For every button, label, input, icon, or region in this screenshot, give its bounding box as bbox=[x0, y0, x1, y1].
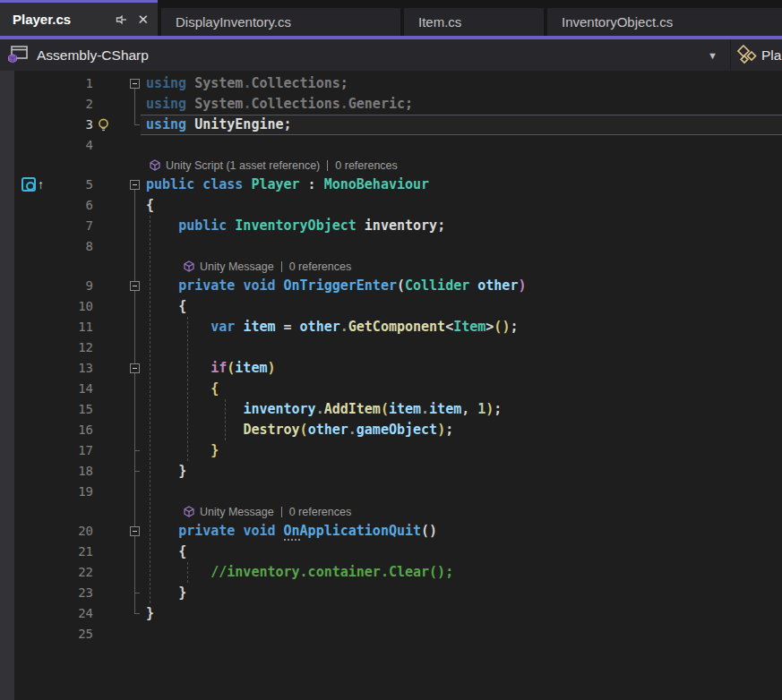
line-number: 12 bbox=[50, 337, 93, 358]
fold-collapse-toggle[interactable] bbox=[130, 281, 140, 291]
fold-collapse-toggle[interactable] bbox=[130, 180, 140, 190]
code-text: private void OnTriggerEnter(Collider oth… bbox=[146, 276, 526, 296]
token-id: Generic bbox=[348, 96, 405, 112]
codelens-references-link[interactable]: 0 references bbox=[289, 260, 351, 273]
tab-item-cs[interactable]: Item.cs bbox=[404, 8, 544, 36]
token-pun: ; bbox=[284, 116, 292, 132]
project-dropdown[interactable]: Assembly-CSharp ▼ bbox=[0, 39, 730, 71]
token-pun: ; bbox=[340, 75, 348, 91]
code-line-9[interactable]: 9 private void OnTriggerEnter(Collider o… bbox=[0, 276, 782, 296]
code-line-2[interactable]: 2using System.Collections.Generic; bbox=[0, 94, 782, 115]
code-line-1[interactable]: 1using System.Collections; bbox=[0, 73, 782, 94]
code-line-21[interactable]: 21 { bbox=[0, 542, 782, 562]
code-line-22[interactable]: 22 //inventory.container.Clear(); bbox=[0, 562, 782, 583]
token-ctrl: if bbox=[211, 360, 227, 376]
code-line-5[interactable]: ↑5public class Player : MonoBehaviour bbox=[0, 175, 782, 195]
token-space bbox=[146, 422, 243, 438]
code-text: using UnityEngine; bbox=[146, 115, 292, 135]
token-var: inventory bbox=[243, 401, 315, 417]
code-line-11[interactable]: 11 var item = other.GetComponent<Item>()… bbox=[0, 317, 782, 337]
fold-collapse-toggle[interactable] bbox=[130, 363, 140, 373]
codelens-row: Unity Message0 references bbox=[0, 502, 782, 521]
token-gold: ( bbox=[227, 360, 235, 376]
code-line-7[interactable]: 7 public InventoryObject inventory; bbox=[0, 216, 782, 236]
token-var: item bbox=[389, 401, 421, 417]
code-line-24[interactable]: 24} bbox=[0, 603, 782, 624]
tab-player-cs[interactable]: Player.cs✕ bbox=[0, 0, 158, 36]
code-rows: 1using System.Collections;2using System.… bbox=[0, 73, 782, 645]
pin-icon[interactable] bbox=[116, 13, 128, 26]
line-number: 6 bbox=[50, 195, 93, 216]
code-line-18[interactable]: 18 } bbox=[0, 461, 782, 482]
token-pun: } bbox=[178, 585, 186, 601]
token-num: 1 bbox=[477, 401, 486, 417]
line-number: 1 bbox=[50, 73, 93, 94]
lightbulb-icon[interactable] bbox=[96, 117, 111, 136]
chevron-down-icon[interactable]: ▼ bbox=[708, 50, 718, 61]
token-space bbox=[469, 277, 477, 294]
token-space bbox=[146, 319, 211, 335]
code-line-12[interactable]: 12 bbox=[0, 337, 782, 358]
code-line-10[interactable]: 10 { bbox=[0, 296, 782, 317]
token-dot: . bbox=[340, 319, 348, 335]
unity-cube-icon bbox=[150, 159, 160, 171]
token-um: ApplicationQuit bbox=[300, 523, 421, 539]
token-space bbox=[186, 116, 194, 132]
line-number: 13 bbox=[50, 358, 93, 379]
close-icon[interactable]: ✕ bbox=[137, 13, 149, 26]
token-method: Destroy bbox=[243, 422, 299, 438]
token-space bbox=[292, 319, 300, 335]
line-number: 16 bbox=[50, 420, 93, 440]
fold-collapse-toggle[interactable] bbox=[130, 526, 140, 536]
token-space bbox=[227, 218, 235, 234]
token-kw: void bbox=[243, 277, 275, 294]
token-space bbox=[146, 380, 211, 397]
codelens-label: Unity Message bbox=[200, 506, 274, 518]
token-space bbox=[146, 442, 211, 458]
code-line-17[interactable]: 17 } bbox=[0, 440, 782, 461]
navigation-bar: Assembly-CSharp ▼ Pla bbox=[0, 39, 782, 71]
code-text: inventory.AddItem(item.item, 1); bbox=[146, 399, 502, 420]
token-space bbox=[276, 319, 284, 335]
code-text: //inventory.container.Clear(); bbox=[146, 562, 453, 583]
line-number: 4 bbox=[50, 135, 93, 156]
token-space bbox=[146, 543, 178, 559]
codelens-separator bbox=[281, 507, 282, 517]
token-type: Player bbox=[251, 176, 299, 192]
code-line-20[interactable]: 20 private void OnApplicationQuit() bbox=[0, 521, 782, 542]
code-line-19[interactable]: 19 bbox=[0, 482, 782, 502]
unity-cube-icon bbox=[184, 506, 194, 517]
fold-collapse-toggle[interactable] bbox=[130, 79, 140, 89]
token-method: AddItem bbox=[324, 401, 381, 417]
token-pun: > bbox=[486, 319, 494, 335]
code-line-3[interactable]: 3using UnityEngine; bbox=[0, 115, 782, 135]
code-line-16[interactable]: 16 Destroy(other.gameObject); bbox=[0, 420, 782, 440]
codelens-label: Unity Message bbox=[200, 260, 274, 273]
token-cmt: //inventory.container.Clear(); bbox=[211, 564, 453, 580]
code-line-4[interactable]: 4 bbox=[0, 135, 782, 156]
codelens-references-link[interactable]: 0 references bbox=[335, 159, 397, 172]
class-dropdown[interactable]: Pla bbox=[730, 39, 782, 71]
code-editor[interactable]: 1using System.Collections;2using System.… bbox=[0, 71, 782, 700]
token-type: MonoBehaviour bbox=[324, 176, 429, 192]
line-number: 21 bbox=[50, 542, 93, 562]
code-line-25[interactable]: 25 bbox=[0, 624, 782, 645]
code-line-15[interactable]: 15 inventory.AddItem(item.item, 1); bbox=[0, 399, 782, 420]
tab-displayinventory-cs[interactable]: DisplayInventory.cs bbox=[161, 8, 400, 36]
code-line-8[interactable]: 8 bbox=[0, 236, 782, 257]
token-gold: ( bbox=[300, 422, 308, 438]
token-pun: < bbox=[445, 319, 453, 335]
token-gold: { bbox=[211, 380, 219, 397]
code-text: Destroy(other.gameObject); bbox=[146, 420, 453, 440]
code-line-13[interactable]: 13 if(item) bbox=[0, 358, 782, 379]
code-line-6[interactable]: 6{ bbox=[0, 195, 782, 216]
code-line-14[interactable]: 14 { bbox=[0, 379, 782, 399]
code-line-23[interactable]: 23 } bbox=[0, 583, 782, 603]
codelens-references-link[interactable]: 0 references bbox=[289, 506, 351, 518]
tab-inventoryobject-cs[interactable]: InventoryObject.cs bbox=[547, 8, 782, 36]
code-text: { bbox=[146, 379, 219, 399]
line-number: 8 bbox=[50, 236, 93, 257]
token-kw: using bbox=[146, 75, 186, 91]
token-var: item bbox=[429, 401, 461, 417]
line-number: 7 bbox=[50, 216, 93, 236]
